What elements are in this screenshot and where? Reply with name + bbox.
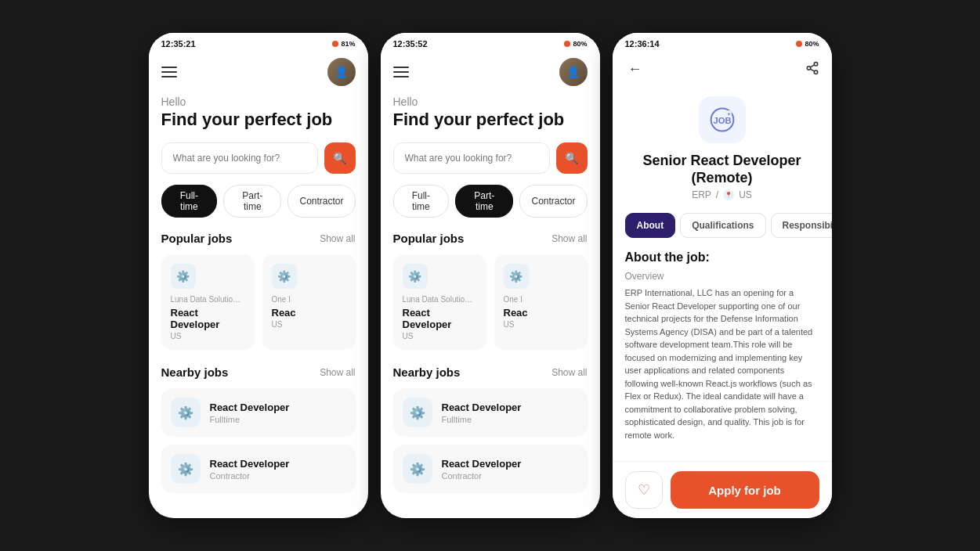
company-logo-large: JOB ✦ [699, 96, 746, 143]
nearby-showall-2[interactable]: Show all [551, 367, 587, 378]
popular-showall-1[interactable]: Show all [320, 233, 355, 244]
back-button-3[interactable]: ← [625, 58, 645, 81]
location-dot-icon: 📍 [723, 189, 734, 200]
filter-tabs-1: Full-time Part-time Contractor [161, 185, 356, 218]
overview-label: Overview [625, 271, 819, 282]
popular-title-2: Popular jobs [393, 232, 465, 245]
nearby-title-1: Nearby jobs [161, 366, 229, 379]
filter-fulltime-2[interactable]: Full-time [393, 185, 450, 218]
time-2: 12:35:52 [393, 39, 428, 49]
app-header-2: 👤 [381, 52, 600, 95]
favorite-button[interactable]: ♡ [625, 471, 663, 509]
popular-jobs-row-1: ⚙️ Luna Data Solutions, Inc. React Devel… [161, 254, 356, 350]
nearby-title-2: Nearby jobs [393, 366, 461, 379]
popular-job-card-2-0[interactable]: ⚙️ Luna Data Solutions, Inc. React Devel… [393, 254, 486, 350]
notif-dot-1 [332, 41, 338, 47]
hamburger-icon-2[interactable] [393, 67, 409, 77]
apply-button[interactable]: Apply for job [671, 471, 819, 509]
app-content-2: Hello Find your perfect job 🔍 Full-time … [381, 95, 600, 518]
battery-text-3: 80% [805, 40, 819, 48]
nearby-job-2-0[interactable]: ⚙️ React Developer Fulltime [393, 388, 588, 437]
company-name-2-0: Luna Data Solutions, Inc. [403, 295, 477, 304]
search-button-2[interactable]: 🔍 [556, 142, 588, 174]
hamburger-icon-1[interactable] [161, 67, 177, 77]
nearby-info-2-1: React Developer Contractor [442, 458, 578, 481]
nearby-type-1-0: Fulltime [210, 415, 346, 424]
job-title-card-2-0: React Developer [403, 307, 477, 330]
popular-job-card-1-0[interactable]: ⚙️ Luna Data Solutions, Inc. React Devel… [161, 254, 255, 350]
avatar-2[interactable]: 👤 [559, 58, 588, 86]
share-button-3[interactable] [805, 61, 819, 78]
search-input-1[interactable] [161, 142, 318, 174]
filter-parttime-2[interactable]: Part-time [455, 185, 513, 218]
job-title-card-2-1: Reac [504, 307, 578, 319]
nearby-info-2-0: React Developer Fulltime [442, 402, 578, 424]
nearby-info-1-1: React Developer Contractor [210, 458, 346, 481]
nearby-type-2-0: Fulltime [442, 415, 578, 424]
job-title-card-1-1: Reac [272, 307, 346, 319]
company-name-1-0: Luna Data Solutions, Inc. [171, 295, 245, 304]
nearby-logo-2-1: ⚙️ [403, 454, 432, 484]
nearby-job-1-1[interactable]: ⚙️ React Developer Contractor [161, 445, 356, 493]
status-icons-2: 80% [564, 40, 587, 48]
filter-tabs-2: Full-time Part-time Contractor [393, 185, 588, 218]
detail-tabs: About Qualifications Responsibilities [625, 213, 819, 238]
company-logo-2-1: ⚙️ [504, 264, 529, 289]
nearby-jobs-list-2: ⚙️ React Developer Fulltime ⚙️ React Dev… [393, 388, 588, 493]
nearby-type-2-1: Contractor [442, 471, 578, 481]
job-location-1-1: US [272, 320, 346, 329]
notif-dot-2 [564, 41, 570, 47]
nearby-job-2-1[interactable]: ⚙️ React Developer Contractor [393, 445, 588, 493]
popular-job-card-2-1[interactable]: ⚙️ One I Reac US [494, 254, 588, 350]
avatar-1[interactable]: 👤 [327, 58, 356, 86]
time-3: 12:36:14 [625, 39, 660, 49]
nearby-logo-1-0: ⚙️ [171, 398, 201, 427]
company-logo-2-0: ⚙️ [403, 264, 428, 289]
about-section: About the job: Overview ERP Internationa… [625, 250, 819, 441]
nearby-logo-2-0: ⚙️ [403, 398, 432, 427]
nearby-title-2-1: React Developer [442, 458, 578, 470]
status-bar-2: 12:35:52 80% [381, 33, 600, 52]
filter-contractor-2[interactable]: Contractor [519, 185, 587, 218]
popular-header-2: Popular jobs Show all [393, 232, 588, 245]
about-title: About the job: [625, 250, 819, 265]
svg-point-2 [814, 70, 818, 74]
job-location-1-0: US [171, 332, 245, 340]
app-header-1: 👤 [149, 52, 368, 95]
tab-about[interactable]: About [625, 213, 676, 238]
svg-point-1 [807, 66, 811, 70]
status-bar-1: 12:35:21 81% [149, 33, 368, 52]
headline-2: Find your perfect job [393, 110, 588, 130]
nearby-showall-1[interactable]: Show all [320, 367, 355, 378]
popular-job-card-1-1[interactable]: ⚙️ One I Reac US [262, 254, 356, 350]
filter-parttime-1[interactable]: Part-time [223, 185, 281, 218]
battery-text-1: 81% [341, 40, 355, 48]
company-name-2-1: One I [504, 295, 578, 304]
svg-text:JOB: JOB [713, 116, 731, 125]
battery-text-2: 80% [573, 40, 587, 48]
search-button-1[interactable]: 🔍 [324, 142, 356, 174]
job-detail-content: JOB ✦ Senior React Developer (Remote) ER… [613, 90, 832, 461]
search-input-2[interactable] [393, 142, 550, 174]
company-location-row: ERP / 📍 US [625, 189, 819, 200]
about-description: ERP International, LLC has an opening fo… [625, 286, 819, 441]
svg-line-4 [810, 64, 814, 67]
location-label: US [739, 189, 752, 200]
company-logo-1-1: ⚙️ [272, 264, 297, 289]
phone-screen-1: 12:35:21 81% 👤 Hello Find your perfect j… [149, 33, 368, 518]
notif-dot-3 [796, 41, 802, 47]
tab-responsibilities[interactable]: Responsibilities [771, 213, 832, 238]
job-location-2-1: US [504, 320, 578, 329]
tab-qualifications[interactable]: Qualifications [680, 213, 765, 238]
filter-contractor-1[interactable]: Contractor [287, 185, 355, 218]
nearby-job-1-0[interactable]: ⚙️ React Developer Fulltime [161, 388, 356, 437]
app-content-1: Hello Find your perfect job 🔍 Full-time … [149, 95, 368, 518]
popular-header-1: Popular jobs Show all [161, 232, 356, 245]
status-icons-3: 80% [796, 40, 819, 48]
nearby-type-1-1: Contractor [210, 471, 346, 481]
status-bar-3: 12:36:14 80% [613, 33, 832, 52]
filter-fulltime-1[interactable]: Full-time [161, 185, 218, 218]
svg-point-0 [814, 62, 818, 66]
company-logo-1-0: ⚙️ [171, 264, 196, 289]
popular-showall-2[interactable]: Show all [551, 233, 587, 244]
